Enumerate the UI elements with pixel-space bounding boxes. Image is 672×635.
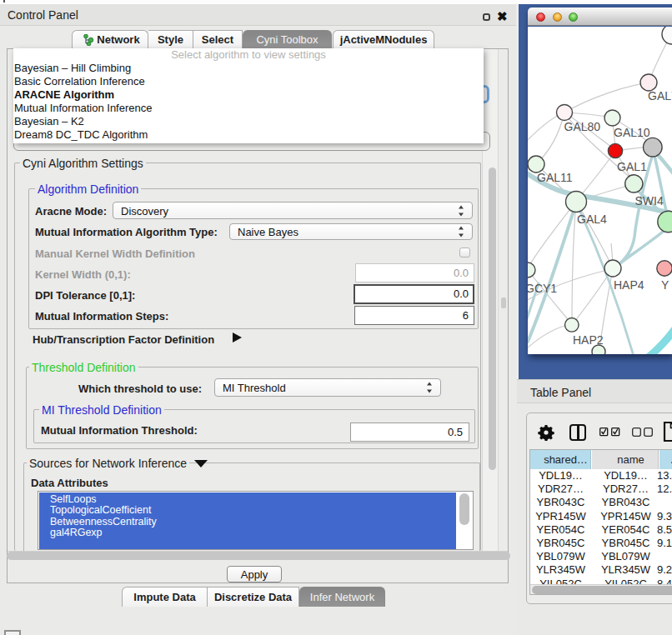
svg-text:GAL11: GAL11 (537, 171, 573, 184)
svg-text:SWI4: SWI4 (635, 194, 664, 208)
svg-text:HAP4: HAP4 (614, 278, 644, 292)
svg-text:GAL1: GAL1 (617, 160, 647, 173)
svg-text:HAP2: HAP2 (573, 333, 604, 347)
svg-text:GAL4: GAL4 (577, 212, 607, 226)
svg-text:GAL10: GAL10 (614, 126, 650, 139)
svg-text:GAL80: GAL80 (564, 120, 601, 133)
svg-text:Y: Y (661, 278, 669, 292)
svg-text:GCY1: GCY1 (528, 282, 557, 295)
svg-text:GAL7: GAL7 (648, 89, 672, 102)
